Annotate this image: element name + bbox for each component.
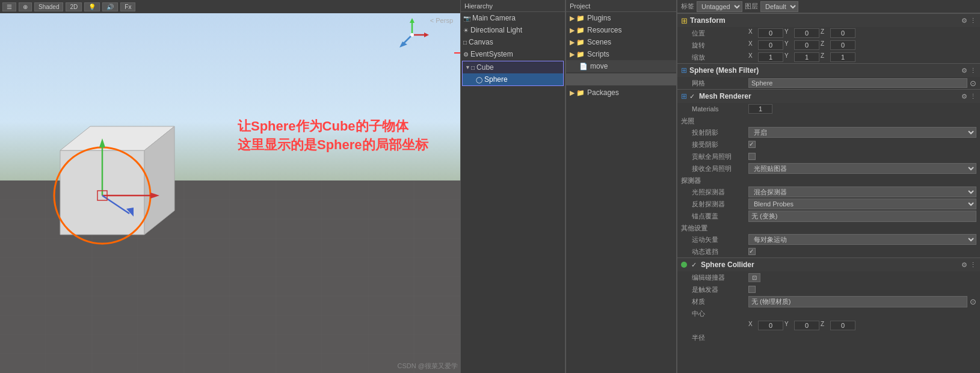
- scene-toolbar-btn-2d[interactable]: 2D: [66, 2, 82, 11]
- edit-collider-row: 编辑碰撞器 ⊡: [677, 271, 980, 283]
- sphere-collider-title: Sphere Collider: [701, 260, 959, 269]
- sphere-collider-settings-icon[interactable]: ⚙: [961, 261, 967, 269]
- rot-x-input[interactable]: [758, 40, 783, 50]
- scene-toolbar-btn-shaded[interactable]: Shaded: [34, 2, 63, 11]
- receive-gi-label: 接收全局照明: [692, 164, 746, 173]
- project-item-scenes[interactable]: ▶ 📁 Scenes: [566, 36, 676, 48]
- mesh-renderer-settings-icon[interactable]: ⚙: [961, 93, 967, 100]
- material-select-icon[interactable]: ⊙: [970, 297, 976, 306]
- dynamic-occlusion-label: 动态遮挡: [692, 247, 746, 256]
- folder-icon-plugins: ▶ 📁: [570, 14, 585, 22]
- rot-y-input[interactable]: [794, 40, 819, 50]
- hierarchy-item-main-camera[interactable]: 📷 Main Camera: [461, 12, 565, 24]
- scale-x-input[interactable]: [758, 52, 783, 62]
- pos-z-label: Z: [821, 28, 829, 38]
- scene-toolbar-btn-fx[interactable]: Fx: [120, 2, 135, 11]
- project-item-packages[interactable]: ▶ 📁 Packages: [566, 87, 676, 99]
- mesh-filter-settings-icon[interactable]: ⚙: [961, 67, 967, 75]
- hierarchy-label-canvas: Canvas: [469, 38, 493, 46]
- hierarchy-label-main-camera: Main Camera: [472, 14, 516, 22]
- transform-position-row: 位置 X Y Z: [677, 27, 980, 39]
- edit-collider-button[interactable]: ⊡: [748, 273, 760, 282]
- mesh-select-icon[interactable]: ⊙: [970, 79, 976, 88]
- inspector-panel: 标签 Untagged 图层 Default ⊞ Transform ⚙ ⋮ 位…: [677, 0, 980, 373]
- persp-label: < Persp: [430, 17, 453, 24]
- mesh-renderer-title: Mesh Renderer: [699, 92, 959, 100]
- hierarchy-item-directional-light[interactable]: ☀ Directional Light: [461, 24, 565, 36]
- sphere-icon: ◯: [476, 76, 482, 83]
- project-item-resources[interactable]: ▶ 📁 Resources: [566, 24, 676, 36]
- dynamic-occlusion-checkbox[interactable]: [748, 248, 756, 255]
- mesh-filter-title: Sphere (Mesh Filter): [689, 66, 959, 75]
- scene-toolbar-btn-1[interactable]: ☰: [2, 2, 16, 11]
- project-panel: Project ▶ 📁 Plugins ▶ 📁 Resources ▶ 📁 Sc…: [566, 0, 677, 373]
- rot-x-label: X: [748, 40, 757, 50]
- motion-vectors-select[interactable]: 每对象运动: [748, 234, 976, 245]
- transform-icon: ⊞: [681, 16, 688, 25]
- light-probes-select[interactable]: 混合探测器: [748, 186, 976, 197]
- transform-settings-icon[interactable]: ⚙: [961, 17, 967, 25]
- script-icon-move: 📄: [579, 63, 588, 70]
- hierarchy-label-cube: Cube: [476, 63, 494, 72]
- cast-shadows-label: 投射阴影: [692, 128, 746, 137]
- reflection-probes-row: 反射探测器 Blend Probes: [677, 198, 980, 210]
- hierarchy-label-sphere: Sphere: [484, 75, 508, 84]
- transform-header[interactable]: ⊞ Transform ⚙ ⋮: [677, 14, 980, 27]
- scene-gizmo: [394, 17, 430, 53]
- radius-row: 半径: [677, 331, 980, 344]
- mesh-filter-context-icon[interactable]: ⋮: [970, 67, 976, 75]
- cy-label: Y: [784, 321, 793, 330]
- contribute-gi-checkbox[interactable]: [748, 153, 756, 160]
- project-label-move: move: [590, 62, 608, 70]
- mesh-filter-header[interactable]: ⊞ Sphere (Mesh Filter) ⚙ ⋮: [677, 64, 980, 77]
- rot-z-input[interactable]: [830, 40, 855, 50]
- canvas-icon: □: [463, 39, 467, 46]
- project-item-scripts[interactable]: ▶ 📁 Scripts: [566, 48, 676, 60]
- scale-xyz: X Y Z: [748, 52, 976, 62]
- project-item-plugins[interactable]: ▶ 📁 Plugins: [566, 12, 676, 24]
- layer-select[interactable]: Default: [760, 1, 798, 12]
- scene-toolbar-btn-sound[interactable]: 🔊: [102, 2, 118, 11]
- hierarchy-header: Hierarchy: [461, 0, 565, 12]
- position-xyz: X Y Z: [748, 28, 976, 38]
- mesh-renderer-context-icon[interactable]: ⋮: [970, 93, 976, 100]
- scene-toolbar: ☰ ⊕ Shaded 2D 💡 🔊 Fx: [0, 0, 460, 13]
- radius-label: 半径: [692, 333, 746, 342]
- reflection-probes-select[interactable]: Blend Probes: [748, 199, 976, 209]
- scale-y-input[interactable]: [794, 52, 819, 62]
- scale-label: 缩放: [692, 53, 746, 62]
- project-item-move[interactable]: 📄 move: [566, 60, 676, 72]
- is-trigger-checkbox[interactable]: [748, 286, 756, 293]
- tag-select[interactable]: Untagged: [697, 1, 742, 12]
- cy-input[interactable]: [794, 321, 819, 330]
- scale-y-label: Y: [784, 52, 793, 62]
- mesh-renderer-check[interactable]: ✓: [689, 93, 695, 100]
- transform-context-icon[interactable]: ⋮: [970, 17, 976, 25]
- additional-divider: 其他设置: [677, 222, 980, 233]
- scale-z-input[interactable]: [830, 52, 855, 62]
- scene-toolbar-btn-light[interactable]: 💡: [84, 2, 100, 11]
- cx-input[interactable]: [758, 321, 783, 330]
- scene-toolbar-btn-2[interactable]: ⊕: [19, 2, 32, 11]
- mesh-renderer-header[interactable]: ⊞ ✓ Mesh Renderer ⚙ ⋮: [677, 90, 980, 103]
- pos-y-input[interactable]: [794, 28, 819, 38]
- pos-z-input[interactable]: [830, 28, 855, 38]
- pos-x-input[interactable]: [758, 28, 783, 38]
- hierarchy-item-sphere[interactable]: ◯ Sphere: [463, 73, 563, 85]
- hierarchy-item-canvas[interactable]: □ Canvas: [461, 36, 565, 48]
- cz-input[interactable]: [830, 321, 855, 330]
- project-label-plugins: Plugins: [587, 14, 611, 22]
- rot-z-label: Z: [821, 40, 829, 50]
- light-icon: ☀: [463, 27, 469, 34]
- motion-vectors-label: 运动矢量: [692, 235, 746, 244]
- receive-shadows-checkbox[interactable]: [748, 141, 756, 148]
- sphere-collider-check[interactable]: ✓: [691, 261, 697, 269]
- hierarchy-item-cube[interactable]: ▼ □ Cube: [463, 61, 563, 73]
- cast-shadows-select[interactable]: 开启: [748, 127, 976, 138]
- receive-gi-select[interactable]: 光照贴图器: [748, 163, 976, 174]
- reflection-probes-label: 反射探测器: [692, 200, 746, 209]
- hierarchy-item-eventsystem[interactable]: ⚙ EventSystem: [461, 48, 565, 60]
- hierarchy-panel: Hierarchy 📷 Main Camera ☀ Directional Li…: [460, 0, 566, 373]
- sphere-collider-context-icon[interactable]: ⋮: [970, 261, 976, 269]
- sphere-collider-header[interactable]: ✓ Sphere Collider ⚙ ⋮: [677, 258, 980, 271]
